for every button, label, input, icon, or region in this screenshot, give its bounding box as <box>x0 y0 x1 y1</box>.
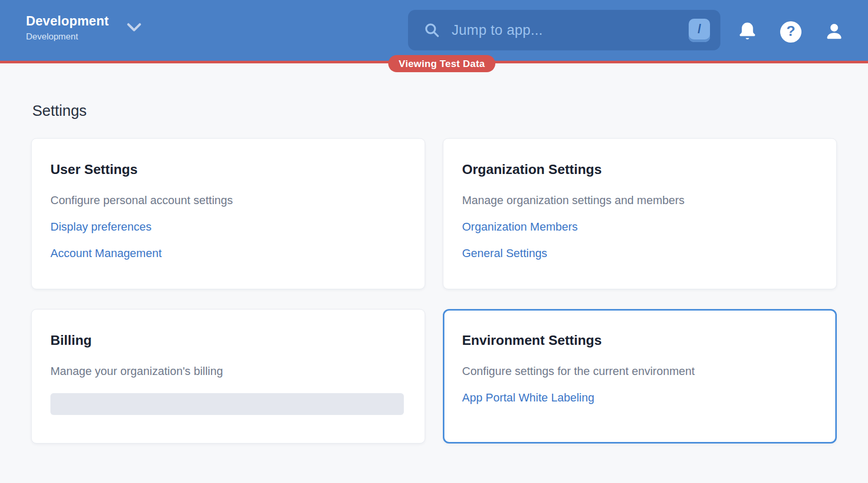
slash-shortcut-keycap: / <box>689 19 710 42</box>
link-general-settings[interactable]: General Settings <box>462 246 547 261</box>
card-description: Configure settings for the current envir… <box>462 364 816 379</box>
card-title-organization-settings: Organization Settings <box>462 160 816 178</box>
settings-cards-grid: User Settings Configure personal account… <box>31 138 837 444</box>
help-button[interactable]: ? <box>780 21 801 43</box>
link-organization-members[interactable]: Organization Members <box>462 219 578 234</box>
bell-icon <box>738 21 757 42</box>
card-description: Manage organization settings and members <box>462 193 816 208</box>
chevron-down-icon <box>126 22 142 33</box>
link-app-portal-white-labeling[interactable]: App Portal White Labeling <box>462 390 594 405</box>
card-description: Configure personal account settings <box>50 193 404 208</box>
topbar-actions: ? <box>738 0 844 63</box>
link-display-preferences[interactable]: Display preferences <box>50 219 151 234</box>
search-placeholder: Jump to app... <box>452 22 543 38</box>
user-settings-card: User Settings Configure personal account… <box>31 138 425 289</box>
link-account-management[interactable]: Account Management <box>50 246 162 261</box>
billing-loading-placeholder <box>50 393 404 415</box>
card-description: Manage your organization's billing <box>50 364 404 379</box>
environment-switcher[interactable]: Development Development <box>26 14 142 42</box>
card-title-environment-settings: Environment Settings <box>462 331 816 349</box>
card-title-user-settings: User Settings <box>50 160 404 178</box>
billing-card: Billing Manage your organization's billi… <box>31 309 425 444</box>
user-icon <box>824 22 844 42</box>
question-mark-icon: ? <box>780 21 801 43</box>
page-title: Settings <box>32 102 837 119</box>
environment-subtitle: Development <box>26 32 109 42</box>
environment-settings-card: Environment Settings Configure settings … <box>443 309 837 444</box>
search-icon <box>424 22 440 38</box>
top-navigation-bar: Development Development Jump to app... / <box>0 0 868 63</box>
card-title-billing: Billing <box>50 331 404 349</box>
environment-title: Development <box>26 14 109 29</box>
viewing-test-data-banner: Viewing Test Data <box>388 55 495 72</box>
notifications-button[interactable] <box>738 21 757 42</box>
environment-labels: Development Development <box>26 14 109 42</box>
settings-page: Settings User Settings Configure persona… <box>0 63 868 444</box>
jump-to-app-search[interactable]: Jump to app... / <box>408 10 720 50</box>
account-button[interactable] <box>824 22 844 42</box>
organization-settings-card: Organization Settings Manage organizatio… <box>443 138 837 289</box>
app-root: Development Development Jump to app... / <box>0 0 868 483</box>
